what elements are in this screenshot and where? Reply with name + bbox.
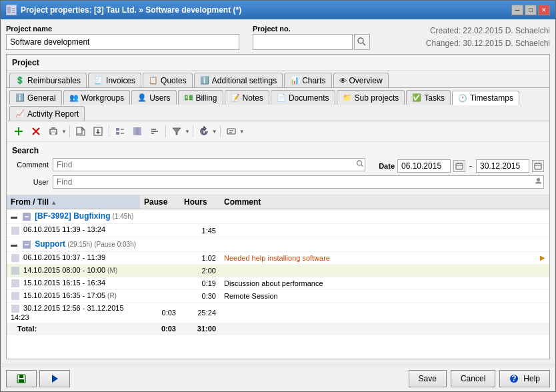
comment-input[interactable] (53, 158, 365, 171)
user-search-icon[interactable] (535, 177, 543, 187)
project-no-search-button[interactable] (354, 34, 370, 50)
tab-notes[interactable]: 📝 Notes (225, 90, 269, 105)
table-row[interactable]: 30.12.2015 12:56 - 31.12.2015 14:23 0:03… (7, 303, 549, 323)
filter-button[interactable] (169, 124, 185, 139)
minimize-button[interactable]: ─ (511, 5, 523, 15)
tab-sub-projects[interactable]: 📁 Sub projects (337, 90, 405, 105)
refresh-button[interactable] (196, 124, 212, 139)
tab-invoices[interactable]: 🧾 Invoices (88, 73, 141, 87)
col-header-pause[interactable]: Pause (140, 195, 180, 209)
save-button[interactable]: Save (409, 370, 447, 387)
extra-group: ▼ (223, 124, 245, 139)
date-from-input[interactable] (397, 159, 451, 173)
group-support-label[interactable]: Support (35, 239, 65, 249)
col-header-hours[interactable]: Hours (180, 195, 220, 209)
tab-users[interactable]: 👤 Users (131, 90, 176, 105)
save-icon-button[interactable] (6, 370, 37, 387)
comment-input-container (53, 158, 365, 171)
export-button[interactable] (73, 124, 89, 139)
table-row[interactable]: 14.10.2015 08:00 - 10:00 (M) 2:00 (7, 264, 549, 277)
filter-arrow[interactable]: ▼ (185, 129, 190, 135)
extra-arrow[interactable]: ▼ (239, 129, 245, 135)
tab-documents[interactable]: 📄 Documents (271, 90, 335, 105)
tab-reimbursables[interactable]: 💲 Reimbursables (9, 73, 87, 87)
top-tabs: 💲 Reimbursables 🧾 Invoices 📋 Quotes ℹ️ A… (7, 71, 549, 88)
extra-button[interactable] (223, 124, 239, 139)
sort-button[interactable] (147, 124, 163, 139)
close-button[interactable]: ✕ (538, 5, 550, 15)
svg-rect-0 (7, 7, 11, 13)
date-from-picker[interactable] (453, 160, 465, 172)
print-arrow[interactable]: ▼ (61, 129, 67, 135)
sep4 (193, 125, 193, 137)
row-date-time: 30.12.2015 12:56 - 31.12.2015 14:23 (7, 303, 140, 323)
help-button[interactable]: ? Help (499, 370, 550, 387)
table-row[interactable]: 06.10.2015 10:37 - 11:39 1:02 Needed hel… (7, 251, 549, 264)
project-no-label: Project no. (253, 25, 370, 33)
comment-text: Needed help installiong software (224, 254, 330, 262)
svg-line-5 (363, 43, 365, 45)
tab-general[interactable]: ℹ️ General (9, 90, 62, 105)
col-header-from-till[interactable]: From / Till ▲ (7, 195, 140, 209)
row-date-time: 14.10.2015 08:00 - 10:00 (M) (7, 264, 140, 277)
refresh-arrow[interactable]: ▼ (212, 129, 217, 135)
workgroups-icon: 👥 (69, 93, 79, 102)
svg-rect-2 (12, 10, 15, 11)
tab-activity-report[interactable]: 📈 Activity Report (9, 106, 85, 121)
timestamps-icon: 🕐 (458, 94, 467, 103)
project-name-input[interactable] (6, 34, 239, 50)
tab-workgroups[interactable]: 👥 Workgroups (63, 90, 130, 105)
import-button[interactable] (90, 124, 106, 139)
comment-search-icon[interactable] (356, 160, 364, 170)
collapse-bf3992-button[interactable]: ▬ (11, 213, 17, 220)
documents-icon: 📄 (277, 93, 286, 102)
filter-group: ▼ (169, 124, 190, 139)
table-row[interactable]: 15.10.2015 16:15 - 16:34 0:19 Discussion… (7, 277, 549, 289)
content-area: Project name Project no. Created: 22.02.… (1, 19, 555, 365)
row-pause (140, 251, 180, 264)
svg-rect-52 (19, 379, 24, 383)
tab-tasks[interactable]: ✅ Tasks (406, 90, 451, 105)
columns-button[interactable] (129, 124, 145, 139)
date-to-picker[interactable] (532, 160, 544, 172)
sep2 (109, 125, 109, 137)
svg-rect-46 (11, 267, 19, 275)
cancel-button[interactable]: Cancel (451, 370, 495, 387)
project-no-group: Project no. (253, 25, 370, 50)
additional-settings-icon: ℹ️ (200, 76, 209, 85)
print-button[interactable] (45, 124, 61, 139)
save-label: Save (419, 374, 437, 383)
group-bf3992-label[interactable]: [BF-3992] Bugfixing (35, 211, 110, 221)
svg-rect-16 (116, 128, 119, 131)
group-bf3992-header: ▬ [BF-3992] Bugfixing (1:45h) (7, 209, 549, 224)
user-input[interactable] (53, 175, 544, 189)
tab-billing[interactable]: 💵 Billing (178, 90, 223, 105)
group-button[interactable] (112, 124, 128, 139)
play-icon-button[interactable] (39, 370, 70, 387)
table-row[interactable]: 15.10.2015 16:35 - 17:05 (R) 0:30 Remote… (7, 289, 549, 302)
tab-overview[interactable]: 👁 Overview (333, 73, 389, 87)
maximize-button[interactable]: □ (525, 5, 537, 15)
tab-charts[interactable]: 📊 Charts (284, 73, 331, 87)
invoices-icon: 🧾 (94, 76, 103, 85)
collapse-support-button[interactable]: ▬ (11, 241, 17, 248)
delete-button[interactable] (28, 124, 44, 139)
svg-point-29 (357, 161, 362, 165)
tab-timestamps[interactable]: 🕐 Timestamps (452, 91, 519, 105)
main-window: Project properties: [3] Tau Ltd. » Softw… (0, 0, 556, 392)
table-row[interactable]: 06.10.2015 11:39 - 13:24 1:45 (7, 224, 549, 237)
tab-quotes[interactable]: 📋 Quotes (143, 73, 193, 87)
tab-additional-settings[interactable]: ℹ️ Additional settings (194, 73, 283, 87)
group-support-info: (29:15h) (Pause 0:03h) (67, 241, 136, 248)
tab-overview-label: Overview (349, 76, 383, 85)
add-button[interactable] (11, 124, 27, 139)
project-no-input[interactable] (253, 34, 353, 50)
title-controls: ─ □ ✕ (511, 5, 550, 15)
footer-left (6, 370, 70, 387)
total-label: Total: (7, 323, 140, 335)
col-header-comment[interactable]: Comment (220, 195, 549, 209)
users-icon: 👤 (137, 93, 147, 102)
date-to-input[interactable] (476, 159, 529, 173)
reimbursables-icon: 💲 (15, 76, 25, 85)
table-container[interactable]: From / Till ▲ Pause Hours Comment (7, 195, 549, 359)
